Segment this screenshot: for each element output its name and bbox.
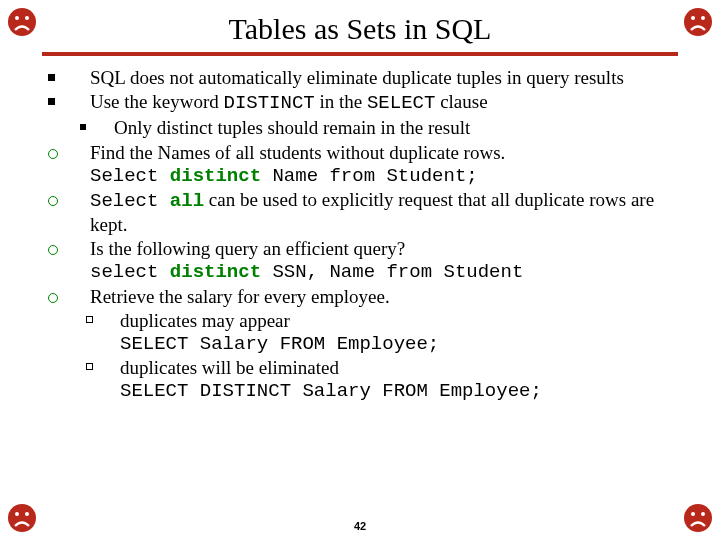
- slide-content: SQL does not automatically eliminate dup…: [42, 66, 678, 403]
- sub-bullet-item: duplicates will be eliminated: [42, 356, 678, 379]
- square-bullet-icon: [48, 98, 55, 105]
- circle-bullet-icon: [48, 196, 58, 206]
- text: clause: [435, 91, 487, 112]
- circle-bullet-icon: [48, 245, 58, 255]
- circle-bullet-icon: [48, 149, 58, 159]
- bullet-text: duplicates may appear: [120, 309, 678, 332]
- bullet-text: Is the following query an efficient quer…: [90, 237, 678, 260]
- sub-bullet-item: Only distinct tuples should remain in th…: [42, 116, 678, 139]
- bullet-text: Use the keyword DISTINCT in the SELECT c…: [90, 90, 678, 115]
- bullet-item: SQL does not automatically eliminate dup…: [42, 66, 678, 89]
- code-keyword: DISTINCT: [224, 92, 315, 114]
- square-bullet-icon: [48, 74, 55, 81]
- bullet-item: Select all can be used to explicitly req…: [42, 188, 678, 236]
- code-keyword: SELECT: [367, 92, 435, 114]
- bullet-text: SQL does not automatically eliminate dup…: [90, 66, 678, 89]
- bullet-text: Select all can be used to explicitly req…: [90, 188, 678, 236]
- bullet-text: duplicates will be eliminated: [120, 356, 678, 379]
- slide-title: Tables as Sets in SQL: [42, 12, 678, 46]
- bullet-text: Retrieve the salary for every employee.: [90, 285, 678, 308]
- code-keyword: distinct: [170, 261, 261, 283]
- code-line: select distinct SSN, Name from Student: [42, 261, 678, 284]
- circle-bullet-icon: [48, 293, 58, 303]
- bullet-text: Find the Names of all students without d…: [90, 141, 678, 164]
- text: Use the keyword: [90, 91, 224, 112]
- bullet-item: Retrieve the salary for every employee.: [42, 285, 678, 308]
- code-line: SELECT Salary FROM Employee;: [42, 333, 678, 356]
- slide: Tables as Sets in SQL SQL does not autom…: [0, 0, 720, 540]
- code: select: [90, 261, 170, 283]
- bullet-item: Use the keyword DISTINCT in the SELECT c…: [42, 90, 678, 115]
- code-line: Select distinct Name from Student;: [42, 165, 678, 188]
- title-rule: [42, 52, 678, 56]
- code-line: SELECT DISTINCT Salary FROM Employee;: [42, 380, 678, 403]
- page-number: 42: [0, 520, 720, 532]
- square-bullet-icon: [80, 124, 86, 130]
- open-square-bullet-icon: [86, 363, 93, 370]
- bullet-item: Find the Names of all students without d…: [42, 141, 678, 164]
- code: Select: [90, 165, 170, 187]
- code-keyword: distinct: [170, 165, 261, 187]
- open-square-bullet-icon: [86, 316, 93, 323]
- text: in the: [315, 91, 367, 112]
- code: Select: [90, 190, 170, 212]
- bullet-text: Only distinct tuples should remain in th…: [114, 116, 678, 139]
- sub-bullet-item: duplicates may appear: [42, 309, 678, 332]
- code: SSN, Name from Student: [261, 261, 523, 283]
- code-keyword: all: [170, 190, 204, 212]
- bullet-item: Is the following query an efficient quer…: [42, 237, 678, 260]
- code: Name from Student;: [261, 165, 478, 187]
